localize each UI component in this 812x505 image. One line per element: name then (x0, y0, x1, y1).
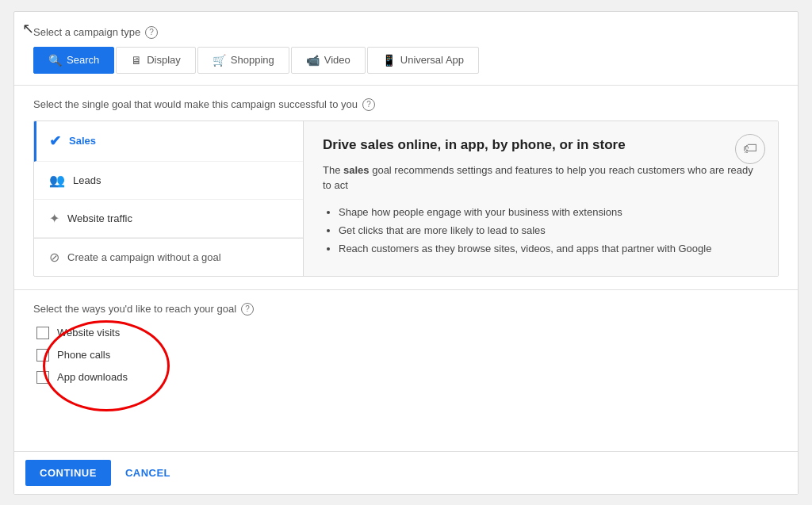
select-campaign-label: Select a campaign type ? (33, 26, 779, 39)
app-downloads-label: App downloads (57, 371, 128, 383)
goal-bullet-3: Reach customers as they browse sites, vi… (339, 239, 759, 258)
search-tab-icon: 🔍 (48, 54, 62, 67)
campaign-help-icon[interactable]: ? (145, 26, 158, 39)
goal-item-sales[interactable]: ✔ Sales (34, 121, 303, 162)
goal-item-website-traffic[interactable]: ✦ Website traffic (34, 200, 303, 238)
sales-label: Sales (69, 135, 96, 147)
sales-check-icon: ✔ (49, 132, 61, 150)
checkbox-item-app-downloads[interactable]: App downloads (36, 371, 779, 384)
tab-shopping[interactable]: 🛒 Shopping (197, 47, 289, 74)
display-tab-icon: 🖥 (131, 54, 142, 67)
app-downloads-checkbox[interactable] (36, 371, 49, 384)
checkbox-item-website-visits[interactable]: Website visits (36, 327, 779, 339)
website-visits-checkbox[interactable] (36, 327, 49, 339)
tab-video[interactable]: 📹 Video (291, 47, 366, 74)
goal-item-leads[interactable]: 👥 Leads (34, 162, 303, 200)
goal-description: 🏷 Drive sales online, in app, by phone, … (304, 121, 778, 276)
tab-universal-app[interactable]: 📱 Universal App (367, 47, 479, 74)
header: Select a campaign type ? 🔍 Search 🖥 Disp… (14, 12, 798, 74)
video-tab-label: Video (324, 54, 350, 66)
goal-desc-list: Shape how people engage with your busine… (323, 203, 759, 258)
goal-section: Select the single goal that would make t… (14, 85, 798, 289)
goal-list: ✔ Sales 👥 Leads ✦ Website traffic (34, 121, 304, 276)
leads-icon: 👥 (49, 173, 65, 188)
goal-no-goal[interactable]: ⊘ Create a campaign without a goal (34, 238, 303, 276)
goal-help-icon[interactable]: ? (362, 98, 375, 111)
footer: CONTINUE CANCEL (14, 451, 798, 494)
tag-icon-container: 🏷 (735, 134, 765, 164)
tab-search[interactable]: 🔍 Search (33, 47, 114, 74)
display-tab-label: Display (147, 54, 181, 66)
goal-bullet-2: Get clicks that are more likely to lead … (339, 221, 759, 239)
video-tab-icon: 📹 (306, 54, 320, 67)
checkboxes-container: Website visits Phone calls App downloads (33, 327, 779, 384)
leads-label: Leads (73, 174, 101, 186)
shopping-tab-icon: 🛒 (213, 54, 226, 67)
checkbox-item-phone-calls[interactable]: Phone calls (36, 349, 779, 362)
phone-calls-checkbox[interactable] (36, 349, 49, 362)
website-visits-label: Website visits (57, 327, 120, 339)
goal-desc-title: Drive sales online, in app, by phone, or… (323, 137, 759, 153)
select-goal-label: Select the single goal that would make t… (33, 98, 779, 111)
traffic-label: Website traffic (67, 212, 132, 224)
reach-section: Select the ways you'd like to reach your… (14, 289, 798, 396)
no-goal-label: Create a campaign without a goal (67, 251, 221, 263)
universal-tab-label: Universal App (400, 54, 464, 66)
traffic-icon: ✦ (49, 211, 59, 226)
reach-help-icon[interactable]: ? (241, 303, 254, 316)
tab-display[interactable]: 🖥 Display (116, 47, 196, 74)
continue-button[interactable]: CONTINUE (25, 460, 111, 486)
no-goal-icon: ⊘ (49, 250, 59, 265)
campaign-tabs: 🔍 Search 🖥 Display 🛒 Shopping 📹 Video 📱 … (33, 47, 779, 74)
main-container: ↖ Select a campaign type ? 🔍 Search 🖥 Di… (13, 11, 799, 495)
search-tab-label: Search (67, 54, 99, 66)
reach-label: Select the ways you'd like to reach your… (33, 303, 779, 316)
goal-list-items: ✔ Sales 👥 Leads ✦ Website traffic (34, 121, 303, 238)
goal-content: ✔ Sales 👥 Leads ✦ Website traffic (33, 121, 779, 277)
cursor-icon: ↖ (22, 20, 34, 37)
shopping-tab-label: Shopping (231, 54, 274, 66)
goal-desc-text: The sales goal recommends settings and f… (323, 163, 759, 193)
goal-label-text: Select the single goal that would make t… (33, 98, 358, 110)
campaign-label-text: Select a campaign type (33, 26, 140, 38)
phone-calls-label: Phone calls (57, 349, 110, 361)
goal-bullet-1: Shape how people engage with your busine… (339, 203, 759, 221)
universal-tab-icon: 📱 (382, 54, 396, 67)
reach-label-text: Select the ways you'd like to reach your… (33, 303, 236, 315)
cancel-button[interactable]: CANCEL (117, 460, 178, 486)
tag-icon: 🏷 (743, 140, 757, 157)
